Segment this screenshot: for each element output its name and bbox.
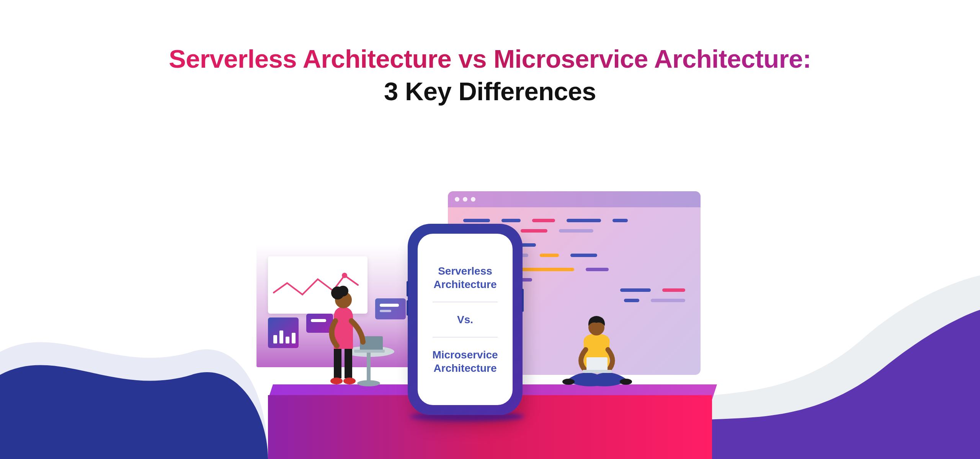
svg-rect-6: [334, 348, 341, 378]
svg-rect-16: [583, 370, 612, 373]
window-dot-icon: [463, 197, 467, 202]
svg-point-13: [562, 379, 575, 385]
divider: [433, 302, 498, 302]
phone-screen: Serverless Architecture Vs. Microservice…: [418, 234, 513, 405]
text: Architecture: [434, 278, 497, 290]
illustration-stage: Serverless Architecture Vs. Microservice…: [268, 145, 712, 459]
svg-rect-2: [367, 352, 371, 382]
divider: [433, 337, 498, 337]
svg-rect-15: [586, 357, 608, 371]
svg-point-8: [330, 378, 343, 384]
phone-label-microservice: Microservice Architecture: [432, 348, 498, 375]
phone-device: Serverless Architecture Vs. Microservice…: [408, 224, 523, 415]
heading-subtitle: 3 Key Differences: [0, 76, 980, 106]
text: Serverless: [438, 265, 492, 277]
bar-chart-card: [268, 317, 299, 348]
svg-point-3: [357, 380, 380, 386]
window-titlebar: [448, 191, 701, 207]
svg-point-9: [343, 378, 356, 384]
phone-label-serverless: Serverless Architecture: [434, 264, 497, 291]
svg-rect-7: [345, 348, 352, 378]
text: Architecture: [434, 362, 497, 374]
heading-gradient-line: Serverless Architecture vs Microservice …: [0, 44, 980, 73]
text: Microservice: [432, 349, 498, 361]
svg-point-14: [620, 379, 632, 385]
person-standing-icon: [306, 254, 402, 388]
wave-left: [0, 306, 268, 459]
phone-label-vs: Vs.: [457, 313, 473, 326]
person-sitting-icon: [551, 311, 643, 388]
window-dot-icon: [471, 197, 475, 202]
window-dot-icon: [455, 197, 459, 202]
svg-rect-5: [354, 350, 385, 353]
page-heading: Serverless Architecture vs Microservice …: [0, 0, 980, 106]
svg-point-12: [338, 286, 348, 296]
